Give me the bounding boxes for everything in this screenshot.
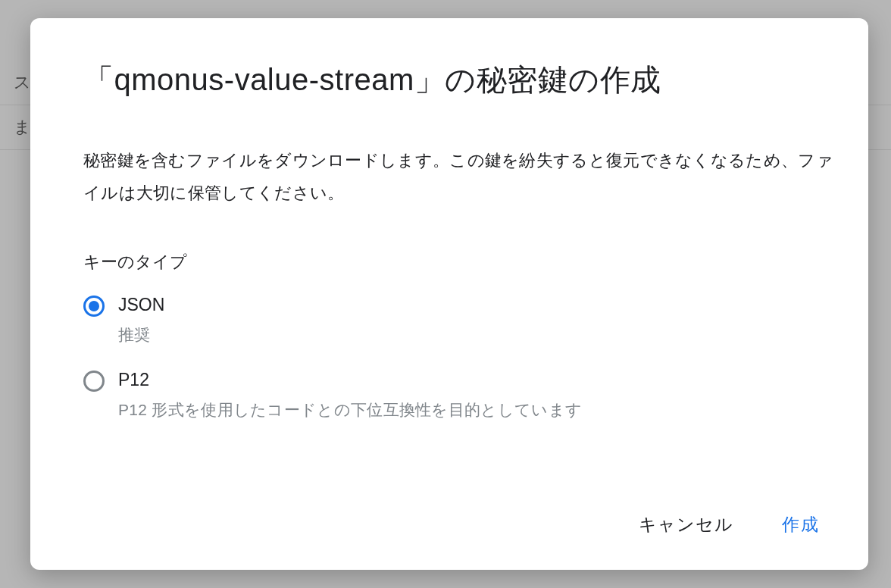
radio-sublabel: P12 形式を使用したコードとの下位互換性を目的としています	[118, 399, 582, 421]
cancel-button[interactable]: キャンセル	[636, 507, 736, 543]
radio-sublabel: 推奨	[118, 324, 164, 346]
radio-content: JSON 推奨	[118, 295, 164, 346]
radio-label: P12	[118, 370, 582, 390]
dialog-title: 「qmonus-value-stream」の秘密鍵の作成	[83, 59, 838, 101]
dialog-description: 秘密鍵を含むファイルをダウンロードします。この鍵を紛失すると復元できなくなるため…	[83, 145, 838, 210]
create-button[interactable]: 作成	[779, 507, 823, 543]
radio-content: P12 P12 形式を使用したコードとの下位互換性を目的としています	[118, 370, 582, 421]
radio-button-icon	[83, 296, 105, 317]
radio-label: JSON	[118, 295, 164, 315]
create-private-key-dialog: 「qmonus-value-stream」の秘密鍵の作成 秘密鍵を含むファイルを…	[30, 18, 868, 570]
dialog-actions: キャンセル 作成	[61, 507, 838, 543]
radio-option-p12[interactable]: P12 P12 形式を使用したコードとの下位互換性を目的としています	[83, 370, 838, 421]
key-type-label: キーのタイプ	[83, 251, 838, 274]
radio-button-icon	[83, 371, 105, 392]
radio-option-json[interactable]: JSON 推奨	[83, 295, 838, 346]
key-type-radio-group: JSON 推奨 P12 P12 形式を使用したコードとの下位互換性を目的としてい…	[83, 295, 838, 445]
